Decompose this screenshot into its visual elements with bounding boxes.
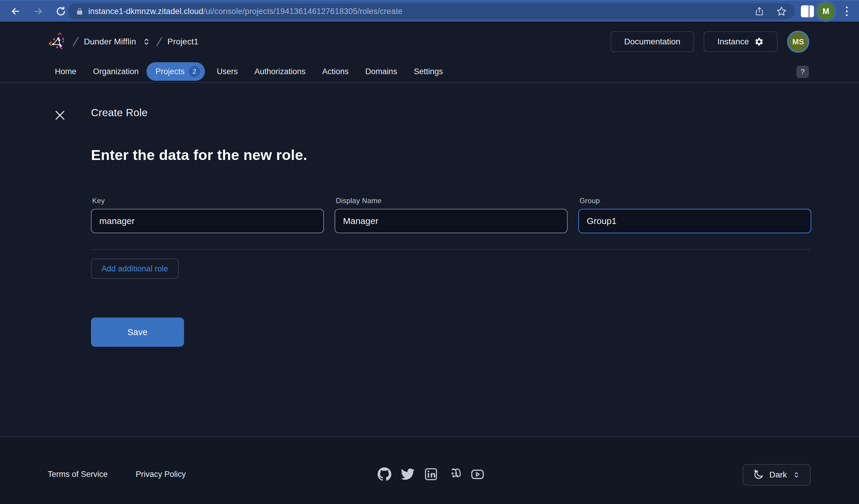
nav-item-projects[interactable]: Projects 2 bbox=[147, 62, 205, 81]
url-domain: instance1-dkmnzw.zitadel.cloud bbox=[88, 7, 204, 16]
save-button[interactable]: Save bbox=[91, 317, 184, 347]
reload-button[interactable] bbox=[55, 5, 67, 17]
github-icon bbox=[378, 467, 391, 481]
browser-profile-avatar[interactable]: M bbox=[817, 3, 834, 20]
zitadel-logo-icon[interactable] bbox=[48, 32, 67, 51]
dark-mode-moon-icon bbox=[753, 470, 764, 480]
nav-item-domains[interactable]: Domains bbox=[365, 67, 397, 76]
group-input[interactable] bbox=[578, 209, 811, 233]
group-field-group: Group bbox=[578, 196, 811, 233]
share-button[interactable] bbox=[755, 6, 764, 16]
documentation-label: Documentation bbox=[624, 37, 680, 46]
url-text: instance1-dkmnzw.zitadel.cloud/ui/consol… bbox=[88, 7, 403, 16]
youtube-icon bbox=[471, 468, 484, 481]
reload-icon bbox=[56, 6, 66, 17]
main-nav: Home Organization Projects 2 Users Autho… bbox=[0, 61, 859, 83]
dot bbox=[846, 14, 848, 16]
form-divider bbox=[91, 249, 810, 250]
app-header: / Dunder Mifflin / Project1 Documentatio… bbox=[0, 22, 859, 61]
page-title: Create Role bbox=[91, 107, 148, 119]
group-label: Group bbox=[579, 196, 811, 205]
back-icon bbox=[10, 6, 21, 17]
gear-icon bbox=[754, 37, 764, 46]
dot bbox=[846, 11, 848, 12]
share-icon bbox=[755, 6, 764, 16]
footer: Terms of Service Privacy Policy Dark bbox=[0, 436, 859, 504]
instance-button[interactable]: Instance bbox=[704, 31, 778, 52]
nav-item-actions[interactable]: Actions bbox=[322, 67, 349, 76]
key-input[interactable] bbox=[91, 209, 324, 233]
unfold-more-icon bbox=[142, 37, 151, 47]
documentation-button[interactable]: Documentation bbox=[611, 31, 694, 52]
close-icon bbox=[54, 109, 66, 122]
breadcrumb-project[interactable]: Project1 bbox=[167, 37, 198, 46]
privacy-policy-link[interactable]: Privacy Policy bbox=[136, 470, 186, 479]
browser-menu-button[interactable] bbox=[842, 5, 851, 17]
projects-count-badge: 2 bbox=[189, 66, 200, 77]
nav-item-users[interactable]: Users bbox=[217, 67, 238, 76]
side-panel-icon bbox=[800, 5, 814, 18]
user-avatar[interactable]: MS bbox=[787, 31, 809, 53]
back-button[interactable] bbox=[10, 5, 21, 17]
close-button[interactable] bbox=[54, 109, 66, 122]
discord-icon bbox=[447, 468, 461, 481]
terms-of-service-link[interactable]: Terms of Service bbox=[48, 470, 108, 479]
side-panel-button[interactable] bbox=[800, 5, 814, 18]
nav-item-projects-label: Projects bbox=[155, 67, 185, 76]
nav-item-organization[interactable]: Organization bbox=[93, 67, 139, 76]
browser-toolbar: instance1-dkmnzw.zitadel.cloud/ui/consol… bbox=[0, 0, 859, 22]
key-label: Key bbox=[92, 196, 324, 205]
twitter-link[interactable] bbox=[401, 467, 415, 481]
forward-icon bbox=[33, 6, 44, 17]
breadcrumb-separator: / bbox=[155, 35, 163, 49]
display-name-field-group: Display Name bbox=[335, 196, 568, 233]
key-field-group: Key bbox=[91, 196, 324, 233]
role-form: Key Display Name Group bbox=[91, 196, 811, 233]
discord-link[interactable] bbox=[447, 467, 461, 481]
add-additional-role-button[interactable]: Add additional role bbox=[91, 258, 179, 279]
dot bbox=[846, 6, 848, 8]
form-heading: Enter the data for the new role. bbox=[91, 146, 307, 163]
theme-label: Dark bbox=[769, 470, 787, 479]
nav-item-home[interactable]: Home bbox=[55, 67, 76, 76]
org-switcher-button[interactable] bbox=[142, 37, 151, 47]
url-path: /ui/console/projects/194136146127618305/… bbox=[204, 7, 403, 16]
bookmark-button[interactable] bbox=[776, 6, 787, 17]
display-name-input[interactable] bbox=[335, 209, 568, 233]
linkedin-link[interactable] bbox=[424, 467, 438, 481]
address-bar[interactable]: instance1-dkmnzw.zitadel.cloud/ui/consol… bbox=[68, 3, 795, 19]
star-icon bbox=[776, 6, 787, 17]
theme-unfold-icon bbox=[793, 470, 800, 479]
nav-item-authorizations[interactable]: Authorizations bbox=[254, 67, 305, 76]
twitter-icon bbox=[401, 467, 415, 481]
breadcrumb-org[interactable]: Dunder Mifflin bbox=[84, 37, 136, 46]
theme-selector[interactable]: Dark bbox=[743, 464, 811, 486]
social-links bbox=[378, 467, 484, 481]
youtube-link[interactable] bbox=[471, 467, 484, 481]
linkedin-icon bbox=[424, 468, 438, 481]
github-link[interactable] bbox=[378, 467, 391, 481]
breadcrumb-separator: / bbox=[72, 35, 80, 49]
instance-label: Instance bbox=[717, 37, 749, 46]
display-name-label: Display Name bbox=[336, 196, 568, 205]
nav-item-settings[interactable]: Settings bbox=[414, 67, 443, 76]
forward-button[interactable] bbox=[32, 5, 44, 17]
help-button[interactable]: ? bbox=[796, 65, 809, 78]
lock-icon bbox=[76, 7, 84, 15]
